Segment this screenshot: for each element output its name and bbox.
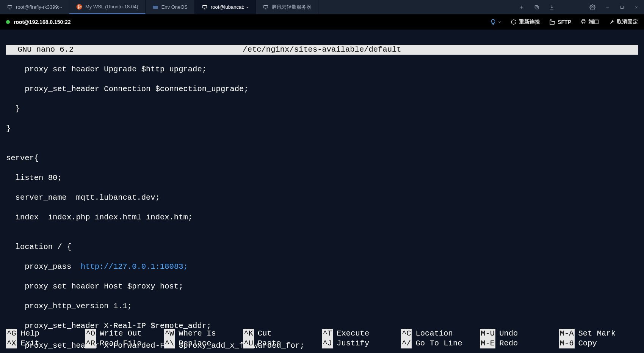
svg-rect-0 [8, 5, 12, 8]
new-tab-icon[interactable] [519, 5, 524, 10]
shortcut-cut[interactable]: ^KCut [243, 329, 322, 339]
code-line: location / { [6, 242, 638, 252]
tab-label: 腾讯云轻量服务器 [272, 4, 311, 11]
shortcut-help[interactable]: ^GHelp [6, 329, 85, 339]
nano-shortcut-bar: ^GHelp ^OWrite Out ^WWhere Is ^KCut ^TEx… [6, 329, 638, 348]
nano-version: GNU nano 6.2 [8, 45, 74, 55]
tab-oneos[interactable]: Env OneOS [146, 0, 195, 14]
svg-point-11 [592, 6, 593, 8]
shortcut-location[interactable]: ^CLocation [401, 329, 480, 339]
close-icon[interactable] [634, 5, 639, 9]
shortcut-writeout[interactable]: ^OWrite Out [85, 329, 164, 339]
footer-row-2: ^XExit ^RRead File ^\Replace ^UPaste ^JJ… [6, 339, 638, 348]
monitor-icon [263, 4, 269, 10]
minimize-icon[interactable] [605, 5, 610, 9]
code-line: proxy_set_header Connection $connection_… [6, 84, 638, 94]
svg-point-5 [78, 8, 79, 9]
port-button[interactable]: 端口 [580, 19, 599, 25]
code-line: listen 80; [6, 173, 638, 183]
session-actions: 重新连接 SFTP 端口 取消固定 [490, 19, 638, 25]
oneos-icon [152, 4, 158, 10]
svg-rect-9 [536, 6, 539, 9]
code-line: } [6, 124, 638, 134]
unpin-button[interactable]: 取消固定 [608, 19, 638, 25]
shortcut-justify[interactable]: ^JJustify [322, 339, 401, 348]
svg-rect-8 [263, 5, 268, 8]
nano-title-bar: GNU nano 6.2/etc/nginx/sites-available/d… [6, 45, 638, 55]
nano-filepath: /etc/nginx/sites-available/default [74, 45, 570, 55]
sftp-button[interactable]: SFTP [549, 19, 571, 25]
tab-label: root@lubancat: ~ [211, 4, 249, 10]
shortcut-whereis[interactable]: ^WWhere Is [164, 329, 243, 339]
shortcut-setmark[interactable]: M-ASet Mark [559, 329, 638, 339]
shortcut-exit[interactable]: ^XExit [6, 339, 85, 348]
svg-rect-7 [203, 5, 207, 8]
shortcut-redo[interactable]: M-ERedo [480, 339, 559, 348]
svg-point-4 [78, 5, 79, 6]
tab-label: Env OneOS [161, 4, 188, 10]
code-line: } [6, 104, 638, 114]
shortcut-paste[interactable]: ^UPaste [243, 339, 322, 348]
shortcut-gotoline[interactable]: ^/Go To Line [401, 339, 480, 348]
code-line: index index.php index.html index.htm; [6, 213, 638, 222]
shortcut-readfile[interactable]: ^RRead File [85, 339, 164, 348]
unpin-label: 取消固定 [617, 19, 638, 25]
tab-actions [514, 4, 644, 10]
tab-firefly[interactable]: root@firefly-rk3399:~ [0, 0, 69, 14]
svg-point-3 [80, 6, 81, 7]
duplicate-tab-icon[interactable] [534, 5, 539, 10]
port-label: 端口 [589, 19, 599, 25]
tab-tencent[interactable]: 腾讯云轻量服务器 [256, 0, 318, 14]
monitor-icon [7, 4, 13, 10]
shortcut-execute[interactable]: ^TExecute [322, 329, 401, 339]
code-line: proxy_pass http://127.0.0.1:18083; [6, 262, 638, 272]
hint-button[interactable] [490, 19, 501, 25]
proxy-pass-url: http://127.0.0.1:18083; [81, 262, 188, 271]
reconnect-label: 重新连接 [519, 19, 540, 25]
tab-lubancat[interactable]: root@lubancat: ~ [195, 0, 256, 14]
code-line: proxy_set_header Upgrade $http_upgrade; [6, 65, 638, 74]
maximize-icon[interactable] [620, 5, 624, 9]
settings-icon[interactable] [589, 4, 595, 10]
status-dot-icon [6, 20, 10, 24]
tab-wsl[interactable]: My WSL (Ubuntu-18.04) [69, 0, 146, 14]
svg-rect-10 [535, 5, 537, 8]
shortcut-copy[interactable]: M-6Copy [559, 339, 638, 348]
code-line: proxy_set_header Host $proxy_host; [6, 282, 638, 292]
download-icon[interactable] [549, 5, 555, 10]
svg-rect-12 [621, 6, 624, 8]
tab-label: root@firefly-rk3399:~ [16, 4, 62, 10]
session-bar: root@192.168.0.150:22 重新连接 SFTP 端口 取消固定 [0, 14, 644, 30]
session-title: root@192.168.0.150:22 [14, 19, 71, 25]
terminal-pane[interactable]: GNU nano 6.2/etc/nginx/sites-available/d… [0, 30, 644, 353]
code-line: server_name mqtt.lubancat.dev; [6, 193, 638, 203]
shortcut-replace[interactable]: ^\Replace [164, 339, 243, 348]
tab-bar: root@firefly-rk3399:~ My WSL (Ubuntu-18.… [0, 0, 644, 14]
footer-row-1: ^GHelp ^OWrite Out ^WWhere Is ^KCut ^TEx… [6, 329, 638, 339]
tab-label: My WSL (Ubuntu-18.04) [85, 4, 138, 9]
code-line: server{ [6, 153, 638, 163]
sftp-label: SFTP [558, 19, 571, 25]
svg-rect-6 [153, 6, 158, 9]
ubuntu-icon [76, 4, 82, 10]
reconnect-button[interactable]: 重新连接 [511, 19, 540, 25]
code-line: proxy_http_version 1.1; [6, 301, 638, 311]
monitor-icon [202, 4, 208, 10]
shortcut-undo[interactable]: M-UUndo [480, 329, 559, 339]
